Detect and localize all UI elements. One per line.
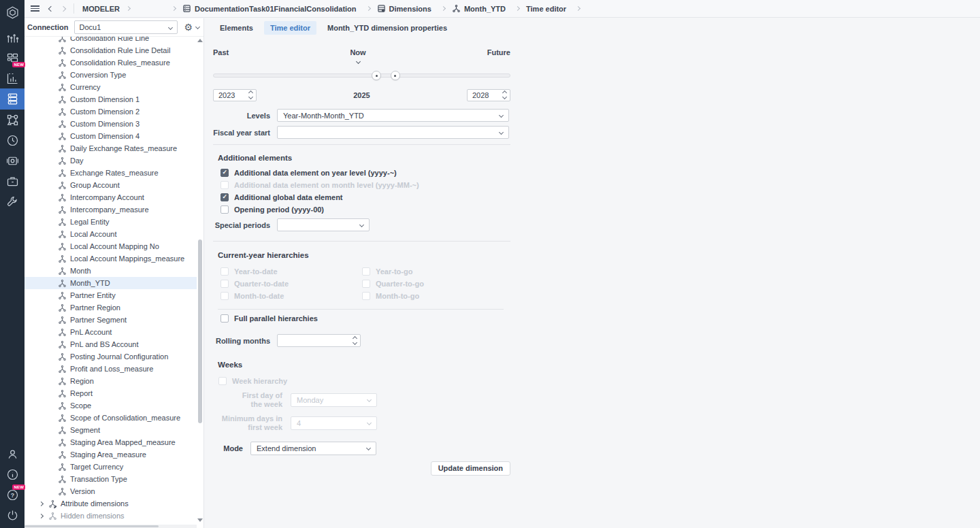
checkbox-row[interactable]: Additional global data element <box>220 193 510 201</box>
slider-handle-now[interactable] <box>372 71 381 80</box>
stepper-icons[interactable] <box>503 91 506 99</box>
breadcrumb-item[interactable]: DocumentationTask01FinancialConsolidatio… <box>182 4 377 13</box>
tree-item[interactable]: Local Account Mappings_measure <box>24 252 197 265</box>
expand-chevron-icon[interactable] <box>39 501 44 506</box>
scroll-up-icon[interactable] <box>197 39 203 42</box>
tree-item[interactable]: Scope <box>24 399 197 412</box>
tree-item[interactable]: Target Currency <box>24 461 197 473</box>
mode-select[interactable]: Extend dimension <box>250 442 376 455</box>
tab[interactable]: Time editor <box>264 21 316 35</box>
slider-track[interactable] <box>213 73 510 78</box>
tree-item[interactable]: Report <box>24 387 197 399</box>
reports-icon[interactable] <box>0 68 24 88</box>
breadcrumb-item[interactable]: Month_YTD <box>452 4 526 13</box>
update-dimension-button[interactable]: Update dimension <box>431 461 510 476</box>
scroll-down-icon[interactable] <box>197 518 203 522</box>
tree-item[interactable]: Conversion Type <box>24 69 197 81</box>
scheduler-clock-icon[interactable] <box>0 130 24 150</box>
now-chevron-icon[interactable] <box>355 59 360 64</box>
wrench-icon[interactable] <box>0 191 24 212</box>
analytics-icon[interactable] <box>0 27 24 48</box>
checkbox[interactable] <box>220 205 229 214</box>
checkbox-row[interactable]: Year-to-go <box>362 267 496 276</box>
stepper-icons[interactable] <box>249 91 252 99</box>
tree-item[interactable]: Staging Area_measure <box>24 448 197 461</box>
tree-item[interactable]: Partner Region <box>24 301 197 314</box>
checkbox-row[interactable]: Month-to-go <box>362 292 496 300</box>
tree-item[interactable]: Scope of Consolidation_measure <box>24 412 197 424</box>
expand-chevron-icon[interactable] <box>39 513 44 518</box>
app-title[interactable]: MODELER <box>82 5 120 13</box>
menu-icon[interactable] <box>31 4 39 13</box>
tree-horizontal-scrollbar[interactable] <box>24 525 197 528</box>
scrollbar-thumb[interactable] <box>198 240 202 423</box>
tree-item[interactable]: Month_YTD <box>24 277 197 289</box>
slider-handle-now2[interactable] <box>391 71 400 80</box>
tree-item[interactable]: Version <box>24 485 197 497</box>
stepper-icons[interactable] <box>353 337 357 344</box>
fiscal-year-start-select[interactable] <box>277 126 509 139</box>
levels-select[interactable]: Year-Month-Month_YTD <box>277 109 509 122</box>
tree-item[interactable]: Intercompany Account <box>24 191 197 203</box>
tree-item[interactable]: Custom Dimension 2 <box>24 105 197 118</box>
tree-item[interactable]: Partner Segment <box>24 314 197 326</box>
power-icon[interactable] <box>0 505 24 525</box>
tree-item[interactable]: Exchange Rates_measure <box>24 167 197 179</box>
connection-select[interactable]: Docu1 <box>74 20 178 34</box>
presentation-icon[interactable] <box>0 150 24 171</box>
tree-item[interactable]: Custom Dimension 3 <box>24 118 197 130</box>
tree-item[interactable]: Intercompany_measure <box>24 203 197 216</box>
chevron-down-icon[interactable] <box>195 24 200 29</box>
tree-item[interactable]: PnL Account <box>24 326 197 338</box>
user-icon[interactable] <box>0 444 24 464</box>
tree-item[interactable]: Month <box>24 265 197 277</box>
info-icon[interactable] <box>0 464 24 484</box>
checkbox-row[interactable]: Quarter-to-date <box>220 280 355 288</box>
future-year-input[interactable] <box>468 90 497 101</box>
past-year-input[interactable] <box>214 90 244 101</box>
checkbox-row[interactable]: Year-to-date <box>220 267 355 276</box>
tree-scrollbar[interactable] <box>197 37 203 524</box>
tree-item[interactable]: Attribute dimensions <box>24 497 197 510</box>
integrator-icon[interactable] <box>0 110 24 130</box>
tree-item[interactable]: Segment <box>24 424 197 436</box>
tree-item[interactable]: Daily Exchange Rates_measure <box>24 142 197 154</box>
tree-item[interactable]: Partner Entity <box>24 289 197 301</box>
breadcrumb-item[interactable]: Time editor <box>526 5 587 13</box>
checkbox-row[interactable]: Opening period (yyyy-00) <box>220 205 510 214</box>
checkbox[interactable] <box>220 181 229 189</box>
tree-item[interactable]: Custom Dimension 4 <box>24 130 197 142</box>
back-icon[interactable] <box>48 5 54 11</box>
checkbox[interactable] <box>220 169 229 177</box>
tree-item[interactable]: Currency <box>24 81 197 93</box>
tree-item[interactable]: Profit and Loss_measure <box>24 363 197 375</box>
help-icon[interactable]: ? NEW <box>0 484 24 505</box>
tree-item[interactable]: Transaction Type <box>24 473 197 485</box>
checkbox[interactable] <box>220 193 229 201</box>
forward-icon[interactable] <box>61 5 66 11</box>
tree-item[interactable]: Hidden dimensions <box>24 510 197 522</box>
checkbox-row[interactable]: Quarter-to-go <box>362 280 496 288</box>
tree-item[interactable]: PnL and BS Account <box>24 338 197 350</box>
tree-item[interactable]: Group Account <box>24 179 197 191</box>
checkbox-row[interactable]: Additional data element on month level (… <box>220 181 510 189</box>
apps-grid-icon[interactable]: NEW <box>0 48 24 68</box>
tab[interactable]: Elements <box>214 21 259 35</box>
jedox-logo-icon[interactable] <box>0 1 24 23</box>
tree-item[interactable]: Day <box>24 154 197 167</box>
briefcase-icon[interactable] <box>0 171 24 191</box>
tree-item[interactable]: Local Account <box>24 228 197 240</box>
tree-item[interactable]: Legal Entity <box>24 216 197 228</box>
modeler-icon[interactable] <box>0 88 24 110</box>
checkbox-row[interactable]: Month-to-date <box>220 292 355 300</box>
tree-item[interactable]: Region <box>24 375 197 387</box>
full-parallel-checkbox-row[interactable]: Full parallel hierarchies <box>220 314 510 323</box>
breadcrumb-item[interactable]: Dimensions <box>377 4 452 13</box>
checkbox[interactable] <box>220 314 229 323</box>
gear-icon[interactable]: ⚙ <box>184 22 193 33</box>
tree-item[interactable]: Consolidation Rule Line <box>24 37 197 44</box>
tree-item[interactable]: Consolidation Rule Line Detail <box>24 44 197 56</box>
special-periods-select[interactable] <box>277 218 370 231</box>
rolling-months-input[interactable] <box>278 335 346 346</box>
time-range-slider[interactable] <box>213 71 510 80</box>
